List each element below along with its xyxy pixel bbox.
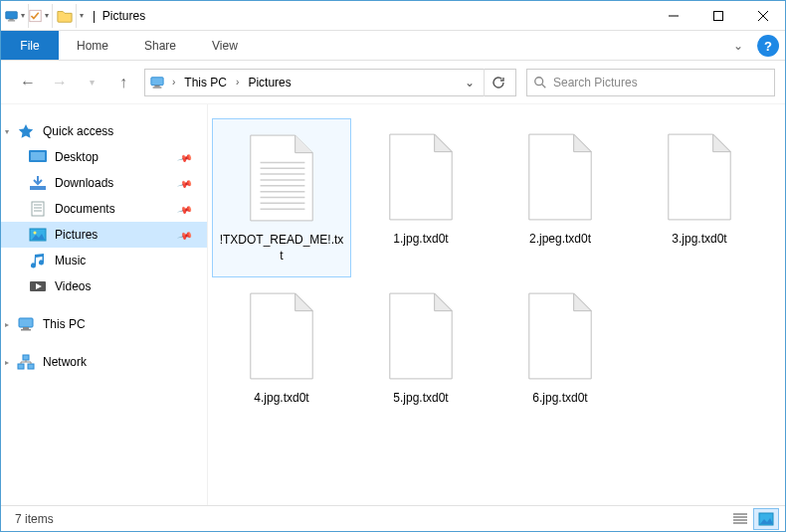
nav-pane: ▾ Quick access Desktop📌Downloads📌Documen… <box>1 104 208 506</box>
ribbon: File Home Share View ⌄ ? <box>1 31 785 61</box>
pin-icon: 📌 <box>177 227 193 243</box>
file-item[interactable]: 3.jpg.txd0t <box>630 118 769 277</box>
file-name: 1.jpg.txd0t <box>387 232 454 248</box>
sidebar-item-pictures[interactable]: Pictures📌 <box>1 222 207 248</box>
blankfile-icon <box>376 287 466 385</box>
svg-point-38 <box>535 77 543 85</box>
tab-view[interactable]: View <box>194 31 256 60</box>
blankfile-icon <box>515 128 605 226</box>
pin-icon: 📌 <box>177 149 193 165</box>
file-item[interactable]: 1.jpg.txd0t <box>351 118 491 277</box>
blankfile-icon <box>237 287 326 385</box>
minimize-button[interactable] <box>651 1 695 31</box>
blankfile-icon <box>515 287 605 385</box>
tab-home[interactable]: Home <box>59 31 126 60</box>
videos-icon <box>29 278 47 294</box>
svg-line-39 <box>542 84 546 88</box>
sidebar-item-documents[interactable]: Documents📌 <box>1 196 207 222</box>
svg-rect-35 <box>713 11 722 20</box>
pin-icon: 📌 <box>177 201 193 217</box>
window-title: | Pictures <box>87 9 145 23</box>
blankfile-icon <box>655 128 744 226</box>
quick-access-toolbar: ▾ ▾ ▾ <box>1 4 87 28</box>
nav-label: This PC <box>43 317 86 331</box>
item-count: 7 items <box>15 512 54 526</box>
file-item[interactable]: !TXDOT_READ_ME!.txt <box>212 118 351 277</box>
chevron-down-icon: ▾ <box>18 11 28 20</box>
desktop-icon <box>29 149 47 165</box>
sidebar-item-downloads[interactable]: Downloads📌 <box>1 170 207 196</box>
nav-this-pc[interactable]: ▸ This PC <box>1 311 207 337</box>
nav-label: Documents <box>55 202 115 216</box>
refresh-button[interactable] <box>484 69 511 96</box>
file-name: 2.jpeg.txd0t <box>523 232 597 248</box>
title-bar: ▾ ▾ ▾ | Pictures <box>1 1 785 31</box>
app-icon[interactable]: ▾ <box>5 4 29 28</box>
nav-quick-access[interactable]: ▾ Quick access <box>1 118 207 144</box>
sidebar-item-videos[interactable]: Videos <box>1 273 207 299</box>
large-icons-view-button[interactable] <box>753 508 779 530</box>
status-bar: 7 items <box>1 505 785 531</box>
pin-icon: 📌 <box>177 175 193 191</box>
file-item[interactable]: 4.jpg.txd0t <box>212 277 351 437</box>
details-view-button[interactable] <box>727 508 753 530</box>
documents-icon <box>29 201 47 217</box>
address-bar-row: ← → ▾ ↑ › This PC › Pictures ⌄ Search Pi… <box>1 61 785 104</box>
network-icon <box>17 354 35 370</box>
caret-down-icon: ▾ <box>5 127 9 136</box>
sidebar-item-desktop[interactable]: Desktop📌 <box>1 144 207 170</box>
file-name: 5.jpg.txd0t <box>387 391 454 407</box>
pictures-icon <box>29 227 47 243</box>
breadcrumb[interactable]: › This PC › Pictures ⌄ <box>144 69 516 96</box>
sidebar-item-music[interactable]: Music <box>1 248 207 273</box>
file-name: 4.jpg.txd0t <box>248 391 314 407</box>
up-button[interactable]: ↑ <box>112 72 134 93</box>
nav-label: Pictures <box>55 228 98 242</box>
nav-label: Quick access <box>43 124 113 138</box>
nav-label: Music <box>55 254 86 267</box>
search-icon <box>533 76 547 89</box>
main-area: ▾ Quick access Desktop📌Downloads📌Documen… <box>1 104 785 506</box>
back-button[interactable]: ← <box>17 72 39 93</box>
this-pc-icon <box>17 316 35 332</box>
textfile-icon <box>237 129 326 227</box>
file-item[interactable]: 6.jpg.txd0t <box>491 277 630 437</box>
chevron-right-icon[interactable]: › <box>169 77 178 88</box>
maximize-button[interactable] <box>695 1 740 31</box>
downloads-icon <box>29 175 47 191</box>
file-name: 3.jpg.txd0t <box>666 232 732 248</box>
properties-button[interactable]: ▾ <box>29 4 53 28</box>
nav-quick-access-group: ▾ Quick access Desktop📌Downloads📌Documen… <box>1 118 207 299</box>
file-tab[interactable]: File <box>1 31 59 60</box>
caret-right-icon: ▸ <box>5 320 9 329</box>
search-input[interactable]: Search Pictures <box>526 69 775 96</box>
recent-locations-icon[interactable]: ▾ <box>81 72 102 93</box>
breadcrumb-dropdown-icon[interactable]: ⌄ <box>459 76 481 89</box>
file-grid[interactable]: !TXDOT_READ_ME!.txt1.jpg.txd0t2.jpeg.txd… <box>208 104 785 506</box>
chevron-right-icon[interactable]: › <box>233 77 242 88</box>
nav-label: Desktop <box>55 150 98 164</box>
caret-right-icon: ▸ <box>5 358 9 367</box>
breadcrumb-segment[interactable]: This PC <box>182 76 229 89</box>
breadcrumb-segment[interactable]: Pictures <box>246 76 293 89</box>
close-button[interactable] <box>740 1 785 31</box>
music-icon <box>29 253 47 268</box>
chevron-down-icon: ▾ <box>42 11 52 20</box>
file-name: 6.jpg.txd0t <box>526 391 593 407</box>
location-icon <box>149 76 165 89</box>
nav-label: Network <box>43 355 87 369</box>
file-item[interactable]: 5.jpg.txd0t <box>351 277 491 437</box>
new-folder-button[interactable] <box>53 4 77 28</box>
star-icon <box>17 123 35 139</box>
nav-label: Downloads <box>55 176 113 190</box>
help-button[interactable]: ? <box>757 35 779 57</box>
nav-network[interactable]: ▸ Network <box>1 349 207 375</box>
search-placeholder: Search Pictures <box>553 76 638 89</box>
qat-customize-icon[interactable]: ▾ <box>77 11 87 20</box>
file-item[interactable]: 2.jpeg.txd0t <box>491 118 630 277</box>
forward-button[interactable]: → <box>49 72 71 93</box>
tab-share[interactable]: Share <box>126 31 194 60</box>
nav-label: Videos <box>55 279 91 293</box>
expand-ribbon-icon[interactable]: ⌄ <box>725 31 751 60</box>
blankfile-icon <box>376 128 466 226</box>
